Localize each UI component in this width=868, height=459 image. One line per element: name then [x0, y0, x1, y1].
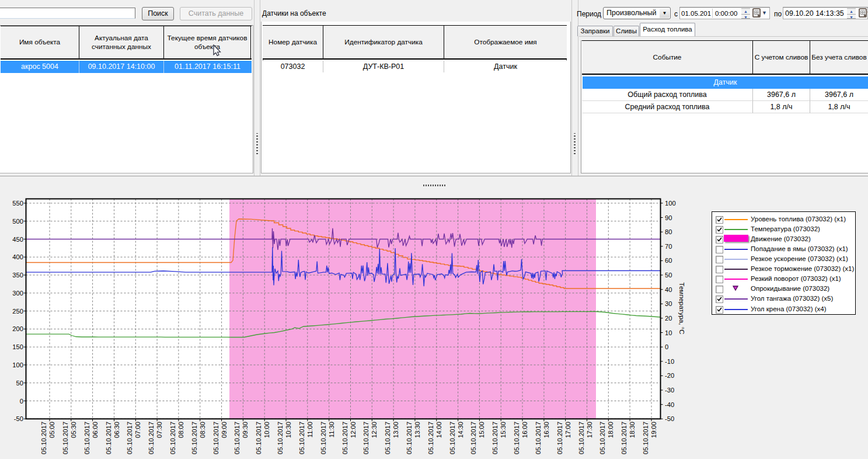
svg-text:05.10.2017: 05.10.2017 [83, 422, 90, 454]
svg-text:30: 30 [665, 300, 672, 307]
svg-text:100: 100 [12, 361, 23, 368]
svg-text:-50: -50 [665, 415, 674, 422]
svg-text:0: 0 [665, 343, 668, 350]
svg-text:13:30: 13:30 [414, 422, 421, 438]
svg-text:05.10.2017: 05.10.2017 [621, 422, 628, 454]
svg-text:05.10.2017: 05.10.2017 [277, 422, 284, 454]
svg-text:-10: -10 [665, 358, 674, 365]
svg-text:05.10.2017: 05.10.2017 [449, 422, 456, 454]
svg-text:150: 150 [12, 343, 23, 350]
svg-text:05.10.2017: 05.10.2017 [40, 422, 47, 454]
svg-text:05.10.2017: 05.10.2017 [406, 422, 413, 454]
svg-text:06:00: 06:00 [92, 422, 99, 438]
svg-text:14:30: 14:30 [457, 422, 464, 438]
svg-text:05.10.2017: 05.10.2017 [362, 422, 369, 454]
svg-text:08:30: 08:30 [199, 422, 206, 438]
svg-text:60: 60 [665, 257, 672, 264]
svg-text:13:00: 13:00 [392, 422, 399, 438]
svg-text:07:00: 07:00 [134, 422, 141, 438]
svg-text:0: 0 [20, 398, 23, 405]
svg-text:05.10.2017: 05.10.2017 [105, 422, 112, 454]
svg-text:-30: -30 [665, 387, 674, 394]
svg-text:80: 80 [665, 228, 672, 235]
svg-text:05.10.2017: 05.10.2017 [513, 422, 520, 454]
svg-text:05.10.2017: 05.10.2017 [556, 422, 563, 454]
svg-text:05.10.2017: 05.10.2017 [126, 422, 133, 454]
svg-text:05.10.2017: 05.10.2017 [212, 422, 219, 454]
svg-text:05:30: 05:30 [70, 422, 77, 438]
svg-text:05.10.2017: 05.10.2017 [642, 422, 649, 454]
svg-text:-50: -50 [14, 415, 23, 422]
svg-text:15:30: 15:30 [500, 422, 507, 438]
svg-text:17:00: 17:00 [564, 422, 571, 438]
svg-text:18:00: 18:00 [607, 422, 614, 438]
svg-text:05.10.2017: 05.10.2017 [320, 422, 327, 454]
svg-text:05.10.2017: 05.10.2017 [384, 422, 391, 454]
svg-text:09:00: 09:00 [221, 422, 228, 438]
svg-text:11:00: 11:00 [306, 422, 313, 437]
svg-text:100: 100 [665, 200, 676, 207]
svg-text:19:00: 19:00 [650, 422, 657, 438]
svg-text:Температура, °C: Температура, °C [678, 283, 685, 335]
svg-text:-40: -40 [665, 401, 674, 408]
svg-text:05.10.2017: 05.10.2017 [148, 422, 155, 454]
svg-text:10:30: 10:30 [285, 422, 292, 438]
svg-text:05.10.2017: 05.10.2017 [298, 422, 305, 454]
svg-text:05.10.2017: 05.10.2017 [255, 422, 262, 454]
svg-text:200: 200 [12, 325, 23, 332]
svg-text:16:30: 16:30 [543, 422, 550, 438]
svg-text:250: 250 [12, 308, 23, 315]
svg-text:05.10.2017: 05.10.2017 [341, 422, 348, 454]
svg-text:500: 500 [12, 218, 23, 225]
svg-text:05:00: 05:00 [48, 422, 55, 438]
svg-text:05.10.2017: 05.10.2017 [535, 422, 542, 454]
svg-text:12:30: 12:30 [371, 422, 378, 438]
svg-text:50: 50 [665, 272, 672, 279]
svg-text:18:30: 18:30 [629, 422, 636, 438]
svg-text:05.10.2017: 05.10.2017 [491, 422, 499, 454]
svg-text:14:00: 14:00 [435, 422, 442, 438]
svg-text:400: 400 [12, 253, 23, 260]
svg-text:50: 50 [16, 380, 23, 387]
svg-text:350: 350 [12, 272, 23, 279]
svg-text:-20: -20 [665, 372, 674, 379]
svg-text:05.10.2017: 05.10.2017 [578, 422, 585, 454]
svg-text:40: 40 [665, 286, 672, 293]
svg-text:300: 300 [12, 290, 23, 297]
svg-text:90: 90 [665, 214, 672, 221]
svg-text:450: 450 [12, 236, 23, 243]
svg-text:550: 550 [12, 200, 23, 207]
svg-text:06:30: 06:30 [113, 422, 120, 438]
svg-text:10: 10 [665, 329, 672, 336]
svg-text:05.10.2017: 05.10.2017 [233, 422, 240, 454]
svg-text:07:30: 07:30 [156, 422, 163, 438]
svg-text:70: 70 [665, 243, 672, 250]
svg-text:05.10.2017: 05.10.2017 [191, 422, 198, 454]
svg-text:17:30: 17:30 [586, 422, 593, 438]
svg-text:05.10.2017: 05.10.2017 [169, 422, 176, 454]
svg-text:05.10.2017: 05.10.2017 [62, 422, 69, 454]
svg-text:15:00: 15:00 [478, 422, 485, 438]
svg-text:12:00: 12:00 [350, 422, 357, 438]
svg-text:09:30: 09:30 [242, 422, 249, 438]
svg-text:10:00: 10:00 [263, 422, 270, 438]
svg-text:05.10.2017: 05.10.2017 [427, 422, 434, 454]
svg-text:05.10.2017: 05.10.2017 [470, 422, 477, 454]
svg-text:05.10.2017: 05.10.2017 [599, 422, 606, 454]
svg-text:08:00: 08:00 [177, 422, 184, 438]
svg-text:20: 20 [665, 315, 672, 322]
svg-text:11:30: 11:30 [328, 422, 335, 437]
svg-text:16:00: 16:00 [521, 422, 528, 438]
